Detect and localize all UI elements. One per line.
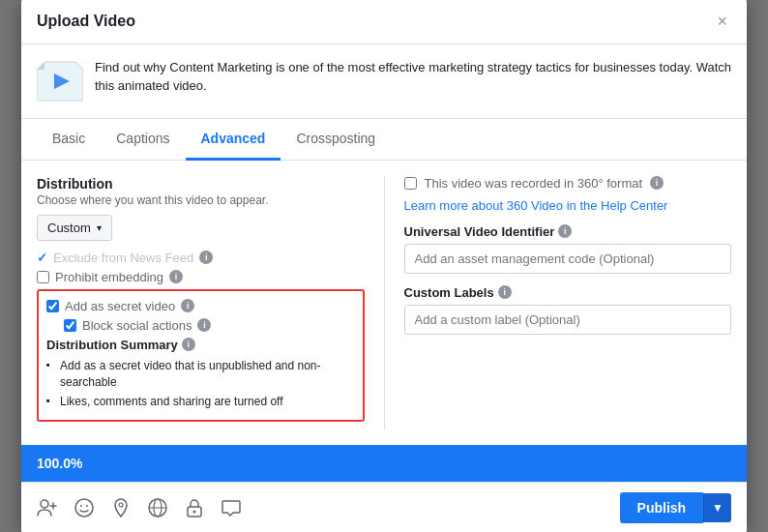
tab-advanced[interactable]: Advanced <box>186 119 281 161</box>
publish-button[interactable]: Publish <box>620 492 704 523</box>
upload-video-modal: Upload Video × Find out why Content Mark… <box>21 0 747 532</box>
help-center-link[interactable]: Learn more about 360 Video in the Help C… <box>404 198 732 213</box>
tab-crossposting[interactable]: Crossposting <box>281 119 391 161</box>
publish-group: Publish ▼ <box>620 492 731 523</box>
block-social-actions-label: Block social actions <box>82 318 192 333</box>
lock-icon[interactable] <box>184 497 205 518</box>
modal-footer: Publish ▼ <box>21 482 747 532</box>
summary-item-2: Likes, comments and sharing are turned o… <box>46 392 355 412</box>
message-icon[interactable] <box>221 497 242 518</box>
distribution-title: Distribution <box>37 176 365 192</box>
block-social-actions-row: Block social actions i <box>46 318 355 333</box>
left-panel: Distribution Choose where you want this … <box>37 176 385 429</box>
video-info-bar: Find out why Content Marketing is one of… <box>21 44 747 119</box>
video-description: Find out why Content Marketing is one of… <box>95 58 731 96</box>
exclude-news-feed-row: ✓ Exclude from News Feed i <box>37 251 365 265</box>
progress-text: 100.0% <box>37 456 82 471</box>
tab-basic[interactable]: Basic <box>37 119 101 161</box>
custom-labels-info-icon[interactable]: i <box>498 285 512 299</box>
summary-item-1: Add as a secret video that is unpublishe… <box>46 356 355 393</box>
progress-bar: 100.0% <box>21 445 747 482</box>
tab-bar: Basic Captions Advanced Crossposting <box>21 119 747 161</box>
svg-point-7 <box>80 505 82 507</box>
location-icon[interactable] <box>110 497 132 518</box>
block-social-actions-checkbox[interactable] <box>64 319 76 332</box>
tab-captions[interactable]: Captions <box>101 119 185 161</box>
dropdown-arrow-icon: ▾ <box>97 222 102 233</box>
prohibit-info-icon[interactable]: i <box>169 270 183 283</box>
universal-id-info-icon[interactable]: i <box>558 224 572 238</box>
emoji-icon[interactable] <box>74 497 95 518</box>
distribution-subtitle: Choose where you want this video to appe… <box>37 193 365 207</box>
prohibit-embedding-row: Prohibit embedding i <box>37 270 365 284</box>
summary-info-icon[interactable]: i <box>182 338 195 351</box>
custom-labels-label: Custom Labels i <box>404 285 732 300</box>
universal-video-id-label: Universal Video Identifier i <box>404 224 732 239</box>
close-button[interactable]: × <box>713 9 731 34</box>
modal-title: Upload Video <box>37 13 135 30</box>
add-secret-video-label: Add as secret video <box>65 299 175 313</box>
summary-list: Add as a secret video that is unpublishe… <box>46 356 355 412</box>
custom-labels-input[interactable] <box>404 305 732 335</box>
checkmark-icon: ✓ <box>37 251 47 265</box>
video-360-checkbox[interactable] <box>404 177 417 190</box>
footer-icon-group <box>37 497 242 518</box>
highlight-box: Add as secret video i Block social actio… <box>37 289 365 422</box>
exclude-news-feed-label: Exclude from News Feed <box>53 251 193 265</box>
svg-point-9 <box>119 503 123 507</box>
dropdown-label: Custom <box>47 221 91 235</box>
prohibit-embedding-checkbox[interactable] <box>37 271 49 283</box>
svg-point-14 <box>193 511 196 514</box>
prohibit-embedding-label: Prohibit embedding <box>55 270 163 284</box>
modal-overlay: Upload Video × Find out why Content Mark… <box>0 0 768 532</box>
globe-icon[interactable] <box>147 497 168 518</box>
modal-header: Upload Video × <box>21 0 747 44</box>
svg-point-8 <box>86 505 88 507</box>
video-360-row: This video was recorded in 360° format i <box>404 176 732 191</box>
universal-video-id-input[interactable] <box>404 244 732 274</box>
add-secret-video-row: Add as secret video i <box>46 299 355 313</box>
video-360-label: This video was recorded in 360° format <box>425 176 643 191</box>
secret-video-info-icon[interactable]: i <box>181 299 194 312</box>
video-360-info-icon[interactable]: i <box>650 176 664 190</box>
video-thumbnail-icon <box>37 58 83 104</box>
modal-content: Distribution Choose where you want this … <box>21 161 747 445</box>
exclude-info-icon[interactable]: i <box>199 251 213 264</box>
svg-point-3 <box>41 500 48 508</box>
publish-dropdown-button[interactable]: ▼ <box>703 493 731 522</box>
add-friend-icon[interactable] <box>37 497 58 518</box>
custom-dropdown[interactable]: Custom ▾ <box>37 215 112 241</box>
svg-point-6 <box>75 499 93 517</box>
add-secret-video-checkbox[interactable] <box>46 300 59 312</box>
distribution-summary-title: Distribution Summary i <box>46 338 355 352</box>
right-panel: This video was recorded in 360° format i… <box>385 176 732 429</box>
block-social-info-icon[interactable]: i <box>197 318 211 332</box>
